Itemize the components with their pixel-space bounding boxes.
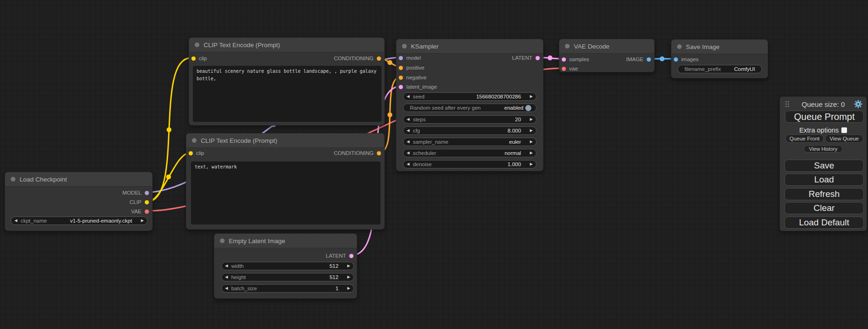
conditioning-output-port[interactable] [377,56,381,61]
increment-icon[interactable]: ▶ [527,129,536,133]
collapse-dot-icon[interactable] [11,177,15,182]
view-queue-button[interactable]: View Queue [825,134,863,143]
node-header[interactable]: Load Checkpoint [5,172,152,187]
random-seed-widget[interactable]: Random seed after every gen enabled [403,104,536,112]
images-input-port[interactable] [674,57,678,62]
collapse-dot-icon[interactable] [192,138,197,143]
decrement-icon[interactable]: ◀ [403,118,413,121]
decrement-icon[interactable]: ◀ [222,275,231,279]
filename-prefix-widget[interactable]: filename_prefix ComfyUI [677,65,762,73]
port-label: CLIP [129,199,141,205]
widget-value: normal [505,150,527,156]
queue-prompt-button[interactable]: Queue Prompt [785,111,864,123]
ckpt-name-widget[interactable]: ◀ ckpt_name v1-5-pruned-emaonly.ckpt ▶ [11,217,148,225]
collapse-dot-icon[interactable] [677,44,682,49]
node-title: Save Image [686,43,720,50]
extra-options-checkbox[interactable] [841,127,847,133]
refresh-button[interactable]: Refresh [784,188,864,200]
node-clip-text-encode-positive[interactable]: CLIP Text Encode (Prompt) clip CONDITION… [189,37,385,126]
node-title: VAE Decode [574,43,609,50]
model-input-port[interactable] [399,56,403,60]
widget-value: euler [509,139,527,145]
latent-image-input-port[interactable] [399,85,403,89]
clip-output-port[interactable] [145,200,149,204]
widget-label: cfg [413,128,420,133]
view-history-button[interactable]: View History [804,145,843,153]
port-label: vae [569,66,578,71]
collapse-dot-icon[interactable] [565,44,570,49]
collapse-dot-icon[interactable] [220,238,225,243]
increment-icon[interactable]: ▶ [527,95,536,98]
clear-button[interactable]: Clear [784,202,864,214]
increment-icon[interactable]: ▶ [344,275,353,279]
clip-input-port[interactable] [191,56,196,61]
decrement-icon[interactable]: ◀ [403,140,413,144]
increment-icon[interactable]: ▶ [527,162,536,166]
decrement-icon[interactable]: ◀ [11,219,21,223]
model-output-port[interactable] [145,191,149,195]
samples-input-port[interactable] [562,57,566,62]
node-header[interactable]: VAE Decode [559,39,654,54]
vae-input-port[interactable] [562,67,566,71]
port-label: positive [406,65,424,70]
batch-size-widget[interactable]: ◀ batch_size 1 ▶ [221,284,354,293]
settings-gear-icon[interactable] [854,100,862,110]
node-header[interactable]: CLIP Text Encode (Prompt) [186,133,384,148]
decrement-icon[interactable]: ◀ [403,162,413,166]
widget-label: width [231,263,244,269]
collapse-dot-icon[interactable] [402,44,407,49]
widget-label: height [231,274,246,280]
height-widget[interactable]: ◀ height 512 ▶ [221,273,354,281]
load-button[interactable]: Load [784,174,864,186]
vae-output-port[interactable] [145,210,149,214]
node-empty-latent-image[interactable]: Empty Latent Image LATENT ◀ width 512 ▶ … [214,233,357,299]
port-label: VAE [131,209,141,214]
seed-widget[interactable]: ◀ seed 156680208700286 ▶ [403,92,536,101]
decrement-icon[interactable]: ◀ [403,151,413,155]
decrement-icon[interactable]: ◀ [403,95,413,98]
node-header[interactable]: CLIP Text Encode (Prompt) [189,38,384,52]
decrement-icon[interactable]: ◀ [222,264,231,268]
comfyui-graph-canvas[interactable]: Load Checkpoint MODEL CLIP VAE ◀ ckpt_na… [0,0,868,329]
port-label: samples [569,56,589,62]
image-output-port[interactable] [647,57,651,62]
increment-icon[interactable]: ▶ [344,287,353,290]
sampler-name-widget[interactable]: ◀ sampler_name euler ▶ [403,138,536,146]
save-button[interactable]: Save [784,160,864,172]
node-header[interactable]: KSampler [396,39,543,54]
denoise-widget[interactable]: ◀ denoise 1.000 ▶ [403,160,536,168]
steps-widget[interactable]: ◀ steps 20 ▶ [403,115,536,124]
latent-output-port[interactable] [349,254,353,258]
node-vae-decode[interactable]: VAE Decode samples vae IMAGE [559,39,655,72]
clip-input-port[interactable] [189,151,193,155]
decrement-icon[interactable]: ◀ [403,129,413,133]
load-default-button[interactable]: Load Default [784,217,864,229]
extra-options-label: Extra options [799,126,839,134]
width-widget[interactable]: ◀ width 512 ▶ [221,262,354,270]
cfg-widget[interactable]: ◀ cfg 8.000 ▶ [403,126,536,135]
increment-icon[interactable]: ▶ [527,140,536,144]
port-label: CONDITIONING [334,56,374,61]
toggle-icon[interactable] [525,105,531,111]
increment-icon[interactable]: ▶ [344,264,353,268]
scheduler-widget[interactable]: ◀ scheduler normal ▶ [403,149,536,157]
prompt-text-area[interactable]: beautiful scenery nature glass bottle la… [193,66,381,122]
increment-icon[interactable]: ▶ [527,118,536,121]
node-save-image[interactable]: Save Image images filename_prefix ComfyU… [671,39,768,78]
decrement-icon[interactable]: ◀ [222,287,231,290]
node-ksampler[interactable]: KSampler model positive negative latent_… [396,39,543,171]
increment-icon[interactable]: ▶ [527,151,536,155]
node-header[interactable]: Save Image [671,40,768,54]
queue-front-button[interactable]: Queue Front [785,134,824,143]
node-header[interactable]: Empty Latent Image [214,234,357,248]
conditioning-output-port[interactable] [377,151,381,155]
latent-output-port[interactable] [536,56,540,60]
positive-input-port[interactable] [399,66,403,70]
node-title: CLIP Text Encode (Prompt) [201,137,277,144]
prompt-text-area[interactable]: text, watermark [191,161,381,224]
increment-icon[interactable]: ▶ [138,219,147,223]
node-load-checkpoint[interactable]: Load Checkpoint MODEL CLIP VAE ◀ ckpt_na… [5,172,153,231]
negative-input-port[interactable] [399,76,403,80]
node-clip-text-encode-negative[interactable]: CLIP Text Encode (Prompt) clip CONDITION… [186,133,385,230]
collapse-dot-icon[interactable] [195,42,199,47]
